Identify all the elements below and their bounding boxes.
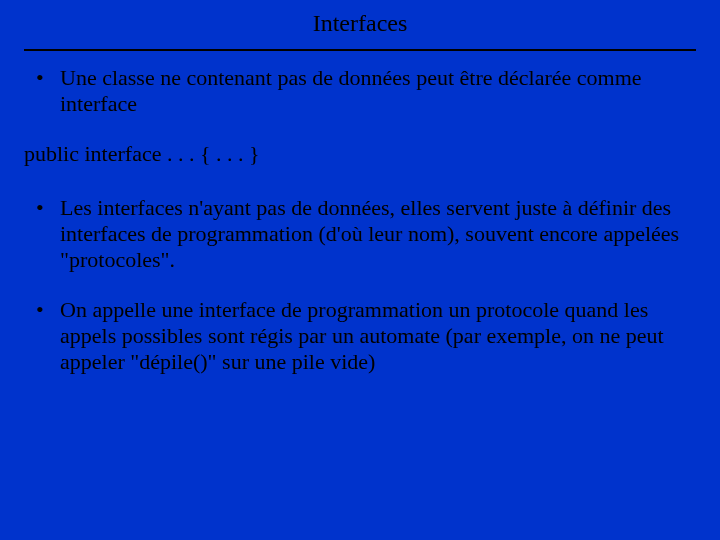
slide-title: Interfaces [24,10,696,43]
title-underline [24,49,696,51]
slide: Interfaces Une classe ne contenant pas d… [0,0,720,540]
bullet-list-1: Une classe ne contenant pas de données p… [24,65,696,117]
code-snippet: public interface . . . { . . . } [24,141,696,167]
bullet-list-2: Les interfaces n'ayant pas de données, e… [24,195,696,375]
bullet-item: Les interfaces n'ayant pas de données, e… [24,195,696,273]
bullet-item: On appelle une interface de programmatio… [24,297,696,375]
bullet-item: Une classe ne contenant pas de données p… [24,65,696,117]
